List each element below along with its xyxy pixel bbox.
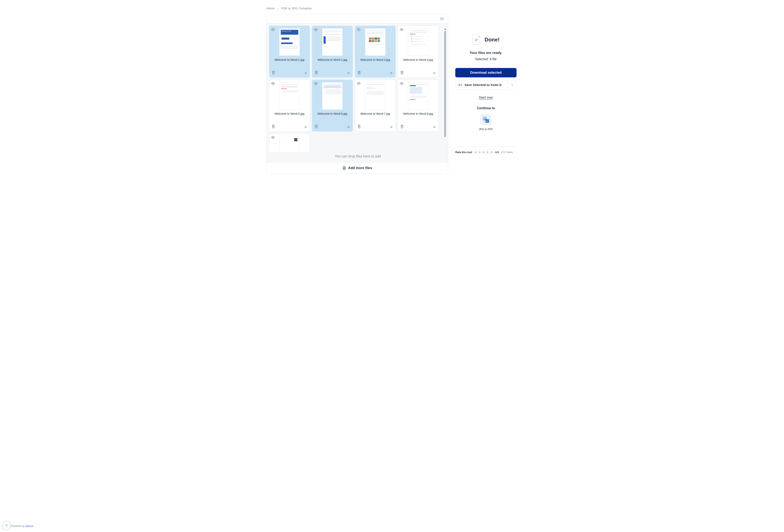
- add-more-files-button[interactable]: Add more files: [267, 162, 448, 173]
- list-view-button[interactable]: [439, 16, 446, 22]
- breadcrumb-home[interactable]: Home: [267, 6, 275, 10]
- svg-point-34: [483, 117, 484, 118]
- delete-button[interactable]: [271, 71, 275, 75]
- eye-icon: [271, 135, 275, 139]
- star-icon: [489, 150, 493, 154]
- download-button[interactable]: [432, 71, 436, 75]
- scrollbar[interactable]: [444, 28, 446, 152]
- download-button[interactable]: [304, 124, 308, 129]
- save-dropdown-button[interactable]: [508, 80, 516, 89]
- preview-button[interactable]: [314, 81, 318, 86]
- tile-actions: [312, 69, 353, 77]
- eye-icon: [271, 28, 275, 32]
- file-thumbnail: [365, 82, 386, 110]
- save-to-drive-button: Save Selected to Xodo D: [455, 80, 516, 90]
- file-name: Welcome to Word-5.jpg: [269, 110, 310, 115]
- scroll-up-icon[interactable]: [444, 28, 446, 30]
- download-button[interactable]: [304, 71, 308, 75]
- download-icon: [304, 124, 308, 129]
- delete-button[interactable]: [357, 71, 361, 75]
- rating-row: Rate this tool 4.6 272 Votes: [455, 146, 516, 154]
- download-button[interactable]: [389, 124, 393, 129]
- breadcrumb-current: PDF to JPG Converter: [281, 6, 312, 10]
- file-tile[interactable]: Welcome to Word-5.jpg: [269, 80, 310, 132]
- preview-button[interactable]: [271, 28, 275, 32]
- file-name: Welcome to Word-8.jpg: [398, 110, 438, 115]
- delete-button[interactable]: [357, 124, 361, 129]
- preview-button[interactable]: [357, 81, 361, 86]
- star-icon: [486, 150, 489, 154]
- file-thumbnail: [279, 136, 300, 152]
- eye-icon: [271, 81, 275, 86]
- preview-button[interactable]: [399, 28, 403, 32]
- file-name: Welcome to Word-3.jpg: [355, 56, 395, 61]
- svg-point-0: [441, 18, 441, 18]
- svg-point-9: [315, 29, 316, 30]
- eye-icon: [314, 28, 318, 32]
- trash-icon: [271, 71, 275, 75]
- preview-button[interactable]: [271, 135, 275, 139]
- svg-point-27: [401, 83, 402, 84]
- preview-button[interactable]: [399, 81, 403, 86]
- tile-actions: [269, 123, 310, 131]
- file-tile[interactable]: Welcome to Word-4.jpg: [398, 26, 439, 78]
- preview-button[interactable]: [271, 81, 275, 86]
- check-icon: [474, 37, 478, 41]
- rating-stars[interactable]: [474, 150, 493, 154]
- delete-button[interactable]: [400, 124, 404, 129]
- download-button[interactable]: [432, 124, 436, 129]
- star-icon: [482, 150, 485, 154]
- file-tile[interactable]: Welcome to Word-8.jpg: [398, 80, 439, 132]
- trash-icon: [314, 71, 318, 75]
- file-tile[interactable]: Welcome to Word-6.jpg: [312, 80, 353, 132]
- file-thumbnail: [365, 28, 386, 56]
- svg-point-18: [273, 83, 274, 84]
- eye-icon: [399, 81, 403, 86]
- done-file-icon: [472, 34, 481, 45]
- delete-button[interactable]: [400, 71, 404, 75]
- jpg-to-pdf-icon: PDF: [480, 114, 492, 125]
- eye-icon: [314, 81, 318, 86]
- drop-hint: You can drop files here to add: [269, 152, 446, 160]
- save-to-drive-main[interactable]: Save Selected to Xodo D: [455, 80, 508, 89]
- scroll-thumb[interactable]: [444, 31, 446, 137]
- svg-point-6: [273, 29, 274, 30]
- preview-button[interactable]: [357, 28, 361, 32]
- file-tile[interactable]: Welcome to Word-3.jpg: [355, 26, 396, 78]
- download-button[interactable]: [389, 71, 393, 75]
- trash-icon: [314, 124, 318, 129]
- download-icon: [389, 124, 393, 129]
- chevron-down-icon: [511, 84, 514, 86]
- svg-text:PDF: PDF: [486, 121, 488, 122]
- tile-actions: [355, 69, 395, 77]
- add-more-label: Add more files: [348, 166, 372, 170]
- star-icon: [478, 150, 481, 154]
- delete-button[interactable]: [314, 124, 318, 129]
- file-tile[interactable]: Welcome to WordWelcome to Word-1.jpg: [269, 26, 310, 78]
- selected-count: Selected: 4 file: [475, 57, 497, 61]
- start-over-link[interactable]: Start over: [479, 96, 493, 100]
- svg-point-21: [315, 83, 316, 84]
- file-plus-icon: [342, 166, 346, 170]
- file-tile[interactable]: Welcome to Word-2.jpg: [312, 26, 353, 78]
- file-thumbnail: [322, 28, 343, 56]
- files-ready-text: Your files are ready.: [470, 51, 502, 55]
- right-panel: Done! Your files are ready. Selected: 4 …: [454, 14, 517, 154]
- delete-button[interactable]: [271, 124, 275, 129]
- file-name: Welcome to Word-1.jpg: [269, 56, 310, 61]
- trash-icon: [400, 124, 404, 129]
- eye-icon: [399, 28, 403, 32]
- download-selected-button[interactable]: Download selected: [455, 68, 516, 77]
- jpg-to-pdf-tile[interactable]: PDF JPG to PDF: [479, 114, 493, 131]
- trash-icon: [271, 124, 275, 129]
- download-button[interactable]: [346, 124, 351, 129]
- preview-button[interactable]: [314, 28, 318, 32]
- rating-votes: 272 Votes: [501, 151, 513, 154]
- file-tile[interactable]: [269, 134, 310, 152]
- download-button[interactable]: [346, 71, 351, 75]
- trash-icon: [400, 71, 404, 75]
- file-panel-toolbar: [267, 14, 448, 23]
- delete-button[interactable]: [314, 71, 318, 75]
- tile-actions: [269, 69, 310, 77]
- file-tile[interactable]: Welcome to Word-7.jpg: [355, 80, 396, 132]
